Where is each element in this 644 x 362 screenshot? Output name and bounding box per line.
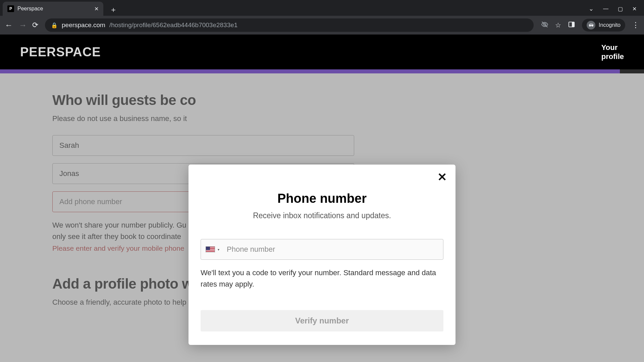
close-modal-button[interactable]: ✕	[437, 171, 447, 183]
your-profile-link[interactable]: Your profile	[601, 43, 624, 61]
browser-chrome: P Peerspace ✕ ＋ ⌄ ― ▢ ✕ ← → ⟳ 🔒 peerspac…	[0, 0, 644, 35]
close-tab-icon[interactable]: ✕	[94, 6, 99, 12]
back-icon[interactable]: ←	[5, 20, 13, 30]
forward-icon: →	[19, 20, 27, 30]
country-select[interactable]: ▾	[201, 239, 224, 259]
tab-strip: P Peerspace ✕ ＋ ⌄ ― ▢ ✕	[0, 0, 644, 16]
url-path: /hosting/profile/6562eadb4446b7003e2833e…	[109, 21, 237, 29]
side-panel-icon[interactable]	[568, 21, 575, 30]
window-controls: ⌄ ― ▢ ✕	[589, 2, 644, 16]
phone-number-input[interactable]	[224, 239, 443, 259]
url-bar[interactable]: 🔒 peerspace.com/hosting/profile/6562eadb…	[45, 18, 534, 32]
new-tab-button[interactable]: ＋	[107, 4, 119, 16]
browser-tab[interactable]: P Peerspace ✕	[3, 2, 103, 16]
kebab-menu-icon[interactable]: ⋮	[632, 21, 639, 29]
toolbar-right: ☆ 🕶 Incognito ⋮	[541, 19, 639, 32]
logo[interactable]: PEERSPACE	[20, 45, 101, 59]
favicon-icon: P	[7, 5, 14, 12]
profile-line2: profile	[601, 52, 624, 61]
browser-toolbar: ← → ⟳ 🔒 peerspace.com/hosting/profile/65…	[0, 16, 644, 35]
reload-icon[interactable]: ⟳	[32, 21, 38, 29]
minimize-icon[interactable]: ―	[603, 6, 608, 12]
close-window-icon[interactable]: ✕	[632, 6, 637, 12]
flag-us-icon	[206, 246, 215, 252]
phone-modal: ✕ Phone number Receive inbox notificatio…	[189, 165, 455, 345]
modal-title: Phone number	[201, 191, 443, 206]
site-header: PEERSPACE Your profile	[0, 35, 644, 69]
modal-subtitle: Receive inbox notifications and updates.	[201, 211, 443, 220]
incognito-icon: 🕶	[587, 21, 595, 29]
profile-line1: Your	[601, 43, 624, 52]
tab-title: Peerspace	[17, 6, 43, 12]
tab-search-icon[interactable]: ⌄	[589, 5, 594, 12]
modal-help-text: We'll text you a code to verify your num…	[201, 267, 443, 290]
url-host: peerspace.com	[62, 21, 105, 29]
phone-input-row: ▾	[201, 239, 443, 260]
tracking-off-icon[interactable]	[541, 21, 548, 30]
verify-number-button[interactable]: Verify number	[201, 310, 443, 331]
maximize-icon[interactable]: ▢	[618, 6, 623, 12]
progress-bar	[0, 69, 644, 73]
lock-icon: 🔒	[51, 22, 58, 28]
bookmark-icon[interactable]: ☆	[555, 21, 561, 29]
nav-arrows: ← →	[5, 20, 27, 30]
svg-rect-2	[572, 22, 574, 27]
incognito-badge[interactable]: 🕶 Incognito	[582, 19, 625, 32]
incognito-label: Incognito	[599, 22, 621, 28]
page-wrapper: Who will guests be co Please do not use …	[0, 73, 644, 362]
chevron-down-icon: ▾	[218, 248, 219, 251]
